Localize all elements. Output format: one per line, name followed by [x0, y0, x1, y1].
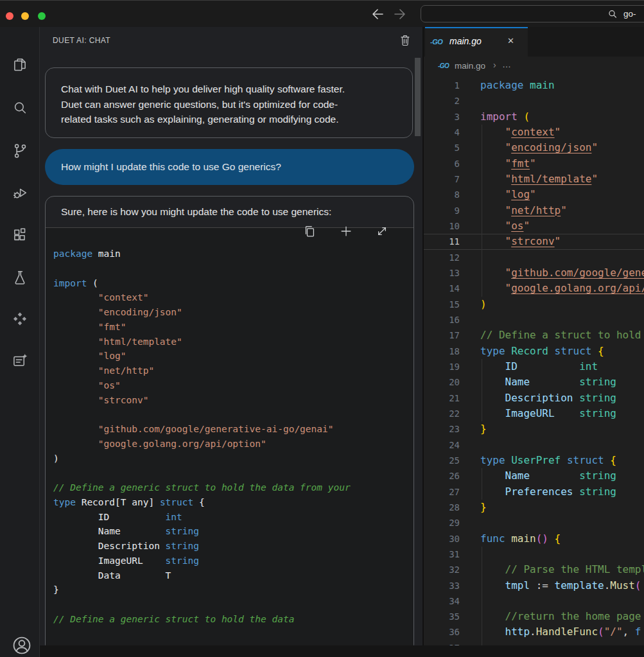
account-icon[interactable]: [12, 635, 32, 656]
code-token: ): [480, 298, 487, 310]
traffic-light-close-icon[interactable]: [6, 12, 13, 20]
chat-code-line: type Record[T any] struct {: [53, 495, 413, 510]
editor-code-line: 35 //return the home page: [424, 609, 644, 624]
editor-code-line: 15): [424, 297, 644, 312]
editor-code-line: 7 "html/template": [424, 171, 644, 187]
code-token: string: [579, 392, 616, 404]
editor-code-line: 16: [424, 312, 644, 328]
run-and-debug-icon[interactable]: [12, 184, 28, 201]
chat-code-line: Data T: [53, 568, 413, 583]
testing-flask-icon[interactable]: [12, 269, 28, 286]
line-number: 3: [424, 109, 460, 125]
chevron-right-icon: ›: [493, 60, 496, 70]
line-number: 13: [424, 265, 460, 281]
search-panel-icon[interactable]: [12, 100, 28, 116]
code-token: ": [530, 188, 536, 200]
code-token: log: [511, 188, 530, 200]
code-text: "os": [460, 218, 530, 234]
code-token: [480, 376, 505, 388]
line-number: 23: [424, 421, 460, 437]
go-logo-icon: -GO: [438, 62, 449, 69]
breadcrumb[interactable]: -GO main.go › …: [424, 57, 644, 78]
code-text: }: [460, 421, 487, 437]
code-token: [480, 392, 505, 404]
breadcrumb-file[interactable]: main.go: [455, 61, 485, 71]
editor-code-line: 29: [424, 515, 644, 530]
editor-code-line: 17// Define a struct to hold the data: [424, 328, 644, 343]
copy-icon[interactable]: [302, 224, 317, 238]
code-token: [518, 360, 579, 372]
chat-intro-card: Chat with Duet AI to help you deliver hi…: [45, 67, 413, 138]
code-text: //return the home page: [460, 609, 641, 624]
chat-intro-line: Duet can answer generic questions, but i…: [61, 97, 397, 112]
code-token: ,: [623, 626, 635, 638]
line-number: 7: [424, 171, 460, 187]
code-token: http: [505, 626, 530, 638]
code-token: "os": [98, 380, 121, 390]
code-token: // Define a generic struct to hold the d…: [53, 614, 294, 624]
code-token: ": [505, 126, 512, 138]
code-token: ): [53, 453, 59, 464]
code-text: ImageURL string: [460, 406, 616, 421]
explorer-files-icon[interactable]: [12, 57, 28, 73]
editor-code-area[interactable]: 1package main23import (4 "context"5 "enc…: [424, 78, 644, 657]
code-token: [480, 407, 505, 419]
code-token: ID: [505, 360, 518, 372]
traffic-light-zoom-icon[interactable]: [38, 12, 46, 20]
line-number: 22: [424, 406, 460, 421]
code-token: UserPref: [511, 454, 561, 466]
code-token: .: [604, 579, 611, 591]
code-token: ImageURL: [53, 556, 166, 566]
code-token: "context": [98, 292, 149, 302]
code-token: fmt: [511, 157, 530, 170]
code-token: string: [166, 526, 199, 536]
code-token: os: [511, 220, 523, 232]
code-text: [460, 547, 480, 562]
code-token: tmpl: [505, 579, 530, 591]
editor-group: -GO main.go ✕ -GO main.go › … 1package m…: [422, 27, 644, 657]
expand-icon[interactable]: [375, 224, 389, 238]
code-token: strconv: [511, 235, 554, 247]
duet-ai-diamonds-icon[interactable]: [12, 311, 28, 328]
activity-bar: [0, 27, 40, 657]
code-token: [480, 563, 505, 575]
chat-code-line: "net/http": [53, 364, 413, 378]
breadcrumb-more[interactable]: …: [502, 59, 511, 69]
editor-code-line: 28}: [424, 500, 644, 515]
code-token: "/": [604, 626, 623, 638]
add-icon[interactable]: [339, 224, 353, 238]
code-token: [53, 395, 98, 405]
code-token: ID: [53, 512, 166, 522]
editor-code-line: 2: [424, 93, 644, 109]
chat-intro-line: Chat with Duet AI to help you deliver hi…: [61, 82, 397, 97]
chat-code-line: "context": [53, 290, 413, 305]
duet-chat-sparkle-icon[interactable]: [12, 353, 28, 369]
search-icon: [607, 9, 618, 22]
chat-scrollbar-thumb[interactable]: [415, 58, 421, 136]
code-token: {: [555, 532, 561, 545]
line-number: 5: [424, 140, 460, 155]
command-center-search-box[interactable]: go-: [421, 5, 644, 22]
code-text: http.HandleFunc("/", f: [460, 624, 641, 640]
tab-close-icon[interactable]: ✕: [507, 36, 514, 46]
code-token: [523, 79, 530, 91]
code-token: string: [166, 556, 199, 566]
extensions-icon[interactable]: [12, 227, 28, 243]
code-token: ": [505, 204, 512, 216]
code-text: "github.com/google/generative-ai-go/gena…: [460, 265, 644, 281]
trash-icon[interactable]: [398, 33, 412, 48]
code-token: ": [561, 204, 567, 216]
line-number: 26: [424, 468, 460, 484]
source-control-icon[interactable]: [12, 143, 28, 159]
ai-response-card: Sure, here is how you might update the c…: [45, 196, 414, 653]
forward-arrow-icon[interactable]: [392, 6, 408, 22]
traffic-light-minimize-icon[interactable]: [21, 12, 29, 20]
back-arrow-icon[interactable]: [370, 6, 385, 22]
code-token: {: [610, 454, 616, 466]
chat-code-line: "github.com/google/generative-ai-go/gena…: [53, 422, 413, 437]
code-token: struct: [160, 497, 193, 507]
chat-code-line: Description string: [53, 539, 413, 554]
line-number: 15: [424, 297, 460, 312]
line-number: 25: [424, 453, 460, 468]
tab-main-go[interactable]: -GO main.go ✕: [425, 27, 528, 57]
